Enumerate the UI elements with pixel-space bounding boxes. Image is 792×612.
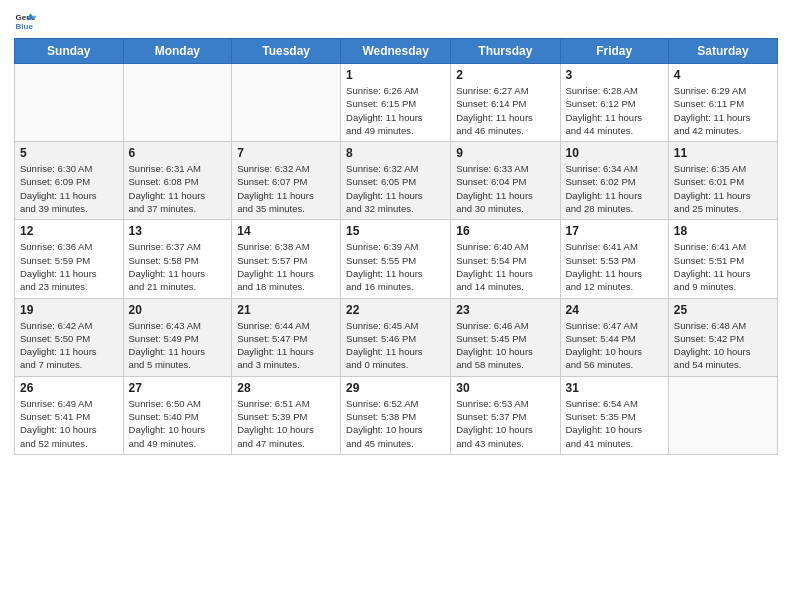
day-info: Sunrise: 6:41 AM Sunset: 5:51 PM Dayligh…	[674, 240, 772, 293]
day-number: 1	[346, 68, 445, 82]
day-info: Sunrise: 6:49 AM Sunset: 5:41 PM Dayligh…	[20, 397, 118, 450]
calendar-week-row: 1Sunrise: 6:26 AM Sunset: 6:15 PM Daylig…	[15, 64, 778, 142]
day-number: 12	[20, 224, 118, 238]
table-row: 5Sunrise: 6:30 AM Sunset: 6:09 PM Daylig…	[15, 142, 124, 220]
day-info: Sunrise: 6:29 AM Sunset: 6:11 PM Dayligh…	[674, 84, 772, 137]
table-row: 2Sunrise: 6:27 AM Sunset: 6:14 PM Daylig…	[451, 64, 560, 142]
day-info: Sunrise: 6:31 AM Sunset: 6:08 PM Dayligh…	[129, 162, 227, 215]
table-row: 20Sunrise: 6:43 AM Sunset: 5:49 PM Dayli…	[123, 298, 232, 376]
day-info: Sunrise: 6:46 AM Sunset: 5:45 PM Dayligh…	[456, 319, 554, 372]
col-saturday: Saturday	[668, 39, 777, 64]
day-info: Sunrise: 6:32 AM Sunset: 6:07 PM Dayligh…	[237, 162, 335, 215]
day-info: Sunrise: 6:34 AM Sunset: 6:02 PM Dayligh…	[566, 162, 663, 215]
day-number: 15	[346, 224, 445, 238]
day-info: Sunrise: 6:47 AM Sunset: 5:44 PM Dayligh…	[566, 319, 663, 372]
day-number: 6	[129, 146, 227, 160]
table-row: 4Sunrise: 6:29 AM Sunset: 6:11 PM Daylig…	[668, 64, 777, 142]
day-info: Sunrise: 6:35 AM Sunset: 6:01 PM Dayligh…	[674, 162, 772, 215]
table-row: 28Sunrise: 6:51 AM Sunset: 5:39 PM Dayli…	[232, 376, 341, 454]
table-row: 27Sunrise: 6:50 AM Sunset: 5:40 PM Dayli…	[123, 376, 232, 454]
day-number: 3	[566, 68, 663, 82]
table-row: 10Sunrise: 6:34 AM Sunset: 6:02 PM Dayli…	[560, 142, 668, 220]
table-row: 6Sunrise: 6:31 AM Sunset: 6:08 PM Daylig…	[123, 142, 232, 220]
day-info: Sunrise: 6:51 AM Sunset: 5:39 PM Dayligh…	[237, 397, 335, 450]
day-number: 18	[674, 224, 772, 238]
table-row: 7Sunrise: 6:32 AM Sunset: 6:07 PM Daylig…	[232, 142, 341, 220]
day-info: Sunrise: 6:30 AM Sunset: 6:09 PM Dayligh…	[20, 162, 118, 215]
day-number: 19	[20, 303, 118, 317]
table-row	[123, 64, 232, 142]
col-thursday: Thursday	[451, 39, 560, 64]
day-number: 7	[237, 146, 335, 160]
day-info: Sunrise: 6:28 AM Sunset: 6:12 PM Dayligh…	[566, 84, 663, 137]
table-row: 25Sunrise: 6:48 AM Sunset: 5:42 PM Dayli…	[668, 298, 777, 376]
col-friday: Friday	[560, 39, 668, 64]
table-row: 8Sunrise: 6:32 AM Sunset: 6:05 PM Daylig…	[341, 142, 451, 220]
page-container: General Blue Sunday Monday Tuesday Wedne…	[0, 0, 792, 463]
logo-icon: General Blue	[14, 10, 36, 32]
day-number: 17	[566, 224, 663, 238]
day-number: 11	[674, 146, 772, 160]
day-info: Sunrise: 6:43 AM Sunset: 5:49 PM Dayligh…	[129, 319, 227, 372]
day-number: 27	[129, 381, 227, 395]
day-number: 9	[456, 146, 554, 160]
table-row	[232, 64, 341, 142]
table-row	[15, 64, 124, 142]
table-row: 30Sunrise: 6:53 AM Sunset: 5:37 PM Dayli…	[451, 376, 560, 454]
day-info: Sunrise: 6:53 AM Sunset: 5:37 PM Dayligh…	[456, 397, 554, 450]
day-info: Sunrise: 6:27 AM Sunset: 6:14 PM Dayligh…	[456, 84, 554, 137]
col-wednesday: Wednesday	[341, 39, 451, 64]
day-number: 26	[20, 381, 118, 395]
table-row: 9Sunrise: 6:33 AM Sunset: 6:04 PM Daylig…	[451, 142, 560, 220]
day-number: 25	[674, 303, 772, 317]
day-info: Sunrise: 6:52 AM Sunset: 5:38 PM Dayligh…	[346, 397, 445, 450]
svg-text:Blue: Blue	[15, 22, 33, 31]
day-info: Sunrise: 6:40 AM Sunset: 5:54 PM Dayligh…	[456, 240, 554, 293]
day-number: 23	[456, 303, 554, 317]
day-info: Sunrise: 6:26 AM Sunset: 6:15 PM Dayligh…	[346, 84, 445, 137]
day-number: 8	[346, 146, 445, 160]
day-info: Sunrise: 6:41 AM Sunset: 5:53 PM Dayligh…	[566, 240, 663, 293]
table-row: 19Sunrise: 6:42 AM Sunset: 5:50 PM Dayli…	[15, 298, 124, 376]
calendar-week-row: 5Sunrise: 6:30 AM Sunset: 6:09 PM Daylig…	[15, 142, 778, 220]
day-number: 13	[129, 224, 227, 238]
day-number: 16	[456, 224, 554, 238]
day-number: 4	[674, 68, 772, 82]
day-number: 21	[237, 303, 335, 317]
table-row: 15Sunrise: 6:39 AM Sunset: 5:55 PM Dayli…	[341, 220, 451, 298]
col-tuesday: Tuesday	[232, 39, 341, 64]
table-row: 16Sunrise: 6:40 AM Sunset: 5:54 PM Dayli…	[451, 220, 560, 298]
table-row: 23Sunrise: 6:46 AM Sunset: 5:45 PM Dayli…	[451, 298, 560, 376]
table-row: 24Sunrise: 6:47 AM Sunset: 5:44 PM Dayli…	[560, 298, 668, 376]
table-row: 3Sunrise: 6:28 AM Sunset: 6:12 PM Daylig…	[560, 64, 668, 142]
calendar-header-row: Sunday Monday Tuesday Wednesday Thursday…	[15, 39, 778, 64]
table-row: 31Sunrise: 6:54 AM Sunset: 5:35 PM Dayli…	[560, 376, 668, 454]
day-info: Sunrise: 6:48 AM Sunset: 5:42 PM Dayligh…	[674, 319, 772, 372]
table-row: 18Sunrise: 6:41 AM Sunset: 5:51 PM Dayli…	[668, 220, 777, 298]
table-row: 11Sunrise: 6:35 AM Sunset: 6:01 PM Dayli…	[668, 142, 777, 220]
day-info: Sunrise: 6:45 AM Sunset: 5:46 PM Dayligh…	[346, 319, 445, 372]
day-number: 5	[20, 146, 118, 160]
col-sunday: Sunday	[15, 39, 124, 64]
calendar-week-row: 26Sunrise: 6:49 AM Sunset: 5:41 PM Dayli…	[15, 376, 778, 454]
day-info: Sunrise: 6:38 AM Sunset: 5:57 PM Dayligh…	[237, 240, 335, 293]
header: General Blue	[14, 10, 778, 32]
table-row: 13Sunrise: 6:37 AM Sunset: 5:58 PM Dayli…	[123, 220, 232, 298]
day-info: Sunrise: 6:50 AM Sunset: 5:40 PM Dayligh…	[129, 397, 227, 450]
table-row: 21Sunrise: 6:44 AM Sunset: 5:47 PM Dayli…	[232, 298, 341, 376]
day-number: 28	[237, 381, 335, 395]
day-info: Sunrise: 6:36 AM Sunset: 5:59 PM Dayligh…	[20, 240, 118, 293]
day-number: 2	[456, 68, 554, 82]
day-number: 22	[346, 303, 445, 317]
day-number: 24	[566, 303, 663, 317]
day-info: Sunrise: 6:32 AM Sunset: 6:05 PM Dayligh…	[346, 162, 445, 215]
day-number: 31	[566, 381, 663, 395]
table-row	[668, 376, 777, 454]
table-row: 29Sunrise: 6:52 AM Sunset: 5:38 PM Dayli…	[341, 376, 451, 454]
table-row: 26Sunrise: 6:49 AM Sunset: 5:41 PM Dayli…	[15, 376, 124, 454]
table-row: 12Sunrise: 6:36 AM Sunset: 5:59 PM Dayli…	[15, 220, 124, 298]
day-number: 30	[456, 381, 554, 395]
day-number: 20	[129, 303, 227, 317]
table-row: 22Sunrise: 6:45 AM Sunset: 5:46 PM Dayli…	[341, 298, 451, 376]
calendar-table: Sunday Monday Tuesday Wednesday Thursday…	[14, 38, 778, 455]
